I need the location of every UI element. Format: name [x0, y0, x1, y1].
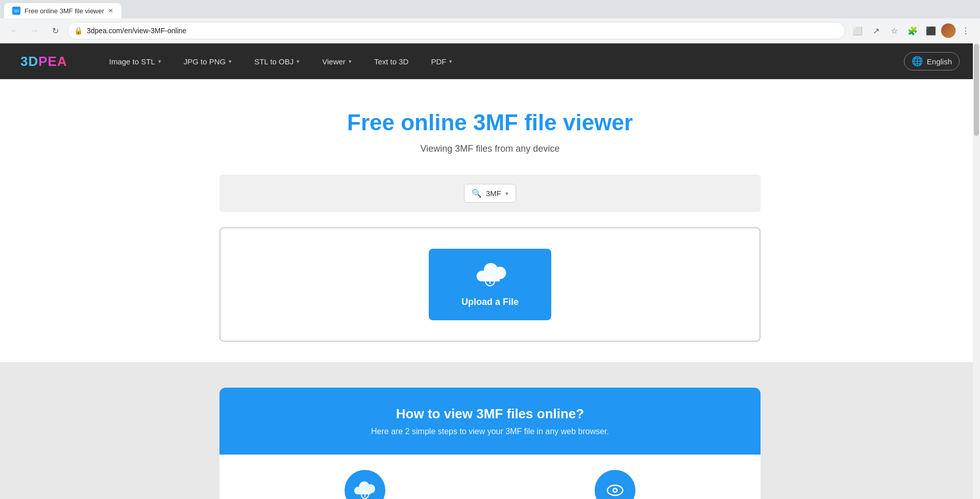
toolbar-actions: ⬜ ↗ ☆ 🧩 ⬛ ⋮: [849, 22, 974, 39]
how-to-card: How to view 3MF files online? Here are 2…: [219, 388, 761, 455]
how-to-subtitle: Here are 2 simple steps to view your 3MF…: [240, 427, 740, 436]
tab-favicon: 3D: [12, 7, 20, 15]
user-avatar[interactable]: [941, 23, 955, 38]
gray-section: How to view 3MF files online? Here are 2…: [0, 362, 980, 499]
step-view-icon: [604, 479, 627, 500]
upload-label: Upload a File: [461, 297, 519, 307]
chevron-icon-pdf: ▾: [449, 58, 452, 65]
page-wrapper: 3D Free online 3MF file viewer ✕ ← → ↻ 🔒…: [0, 0, 980, 499]
upload-button[interactable]: Upload a File: [429, 249, 551, 320]
nav-item-text-to-3d[interactable]: Text to 3D: [363, 43, 420, 79]
chevron-icon-stl-to-obj: ▾: [297, 58, 300, 65]
scrollbar-thumb[interactable]: [974, 44, 979, 136]
browser-chrome: 3D Free online 3MF file viewer ✕ ← → ↻ 🔒…: [0, 0, 980, 43]
logo-pea: PEA: [38, 54, 67, 69]
logo[interactable]: 3DPEA: [20, 54, 67, 69]
address-text: 3dpea.com/en/view-3MF-online: [87, 27, 186, 35]
nav-item-image-to-stl[interactable]: Image to STL ▾: [98, 43, 173, 79]
page-title: Free online 3MF file viewer: [347, 110, 633, 135]
chevron-icon-image-to-stl: ▾: [158, 58, 161, 65]
nav-label-text-to-3d: Text to 3D: [374, 57, 409, 66]
search-bar-container: 🔍 3MF ▾: [219, 175, 761, 212]
main-content: Free online 3MF file viewer Viewing 3MF …: [0, 79, 980, 362]
how-to-title: How to view 3MF files online?: [240, 406, 740, 422]
nav-item-jpg-to-png[interactable]: JPG to PNG ▾: [173, 43, 243, 79]
nav-label-stl-to-obj: STL to OBJ: [254, 57, 293, 66]
step-1-icon: [345, 470, 385, 499]
upload-container: Upload a File: [219, 227, 761, 342]
navbar: 3DPEA Image to STL ▾ JPG to PNG ▾ STL to…: [0, 43, 980, 79]
back-button[interactable]: ←: [6, 22, 22, 39]
step-2: [503, 470, 728, 499]
nav-item-viewer[interactable]: Viewer ▾: [311, 43, 363, 79]
tab-close-button[interactable]: ✕: [108, 7, 113, 14]
step-2-icon: [595, 470, 635, 499]
upload-cloud-icon: [472, 262, 508, 290]
nav-label-viewer: Viewer: [322, 57, 346, 66]
extension-button[interactable]: 🧩: [904, 22, 921, 39]
split-button[interactable]: ⬛: [923, 22, 939, 39]
language-label: English: [927, 57, 952, 66]
address-bar[interactable]: 🔒 3dpea.com/en/view-3MF-online: [67, 22, 845, 39]
globe-icon: 🌐: [912, 56, 923, 67]
how-to-steps: [219, 455, 761, 499]
language-button[interactable]: 🌐 English: [904, 52, 960, 70]
svg-point-6: [614, 489, 616, 491]
chevron-down-icon: ▾: [505, 190, 508, 197]
browser-toolbar: ← → ↻ 🔒 3dpea.com/en/view-3MF-online ⬜ ↗…: [0, 18, 980, 43]
search-icon: 🔍: [472, 188, 482, 198]
chevron-icon-jpg-to-png: ▾: [229, 58, 232, 65]
nav-item-pdf[interactable]: PDF ▾: [420, 43, 463, 79]
active-tab[interactable]: 3D Free online 3MF file viewer ✕: [4, 3, 121, 18]
translate-button[interactable]: ⬜: [849, 22, 866, 39]
forward-button[interactable]: →: [27, 22, 43, 39]
page-subtitle: Viewing 3MF files from any device: [421, 144, 560, 154]
step-upload-icon: [354, 479, 377, 500]
tab-title: Free online 3MF file viewer: [24, 7, 104, 15]
search-format-selector[interactable]: 🔍 3MF ▾: [464, 184, 516, 203]
nav-label-jpg-to-png: JPG to PNG: [184, 57, 226, 66]
lock-icon: 🔒: [74, 27, 83, 35]
menu-button[interactable]: ⋮: [958, 22, 974, 39]
nav-items: Image to STL ▾ JPG to PNG ▾ STL to OBJ ▾…: [98, 43, 904, 79]
logo-3d: 3D: [20, 54, 38, 69]
nav-item-stl-to-obj[interactable]: STL to OBJ ▾: [243, 43, 311, 79]
nav-label-pdf: PDF: [431, 57, 446, 66]
step-1: [253, 470, 478, 499]
tab-bar: 3D Free online 3MF file viewer ✕: [0, 0, 980, 18]
format-label: 3MF: [486, 189, 501, 198]
share-button[interactable]: ↗: [868, 22, 884, 39]
reload-button[interactable]: ↻: [47, 22, 63, 39]
bookmark-button[interactable]: ☆: [886, 22, 902, 39]
scrollbar-track[interactable]: [973, 43, 980, 499]
nav-label-image-to-stl: Image to STL: [109, 57, 155, 66]
site-wrapper: 3DPEA Image to STL ▾ JPG to PNG ▾ STL to…: [0, 43, 980, 499]
chevron-icon-viewer: ▾: [349, 58, 352, 65]
